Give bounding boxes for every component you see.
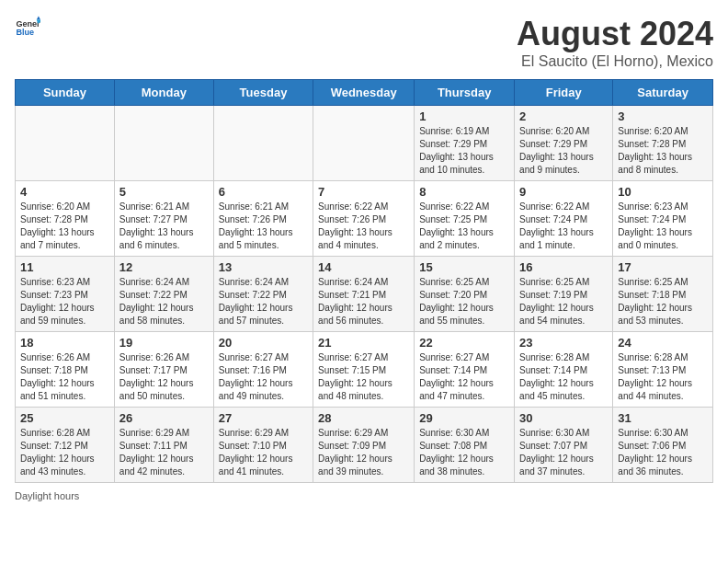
cell-2-0: 11Sunrise: 6:23 AMSunset: 7:23 PMDayligh… xyxy=(16,257,115,332)
cell-2-3: 14Sunrise: 6:24 AMSunset: 7:21 PMDayligh… xyxy=(313,257,415,332)
day-number-21: 21 xyxy=(318,336,409,350)
main-title: August 2024 xyxy=(517,15,713,53)
cell-1-3: 7Sunrise: 6:22 AMSunset: 7:26 PMDaylight… xyxy=(313,181,415,257)
day-info-12: Sunrise: 6:24 AMSunset: 7:22 PMDaylight:… xyxy=(119,276,209,327)
daylight-hours-label: Daylight hours xyxy=(15,490,79,501)
header-thursday: Thursday xyxy=(415,80,515,106)
svg-text:Blue: Blue xyxy=(16,28,34,37)
cell-1-1: 5Sunrise: 6:21 AMSunset: 7:27 PMDaylight… xyxy=(114,181,213,257)
day-number-19: 19 xyxy=(119,336,209,350)
header-monday: Monday xyxy=(114,80,213,106)
day-info-22: Sunrise: 6:27 AMSunset: 7:14 PMDaylight:… xyxy=(419,351,509,403)
day-info-29: Sunrise: 6:30 AMSunset: 7:08 PMDaylight:… xyxy=(419,427,509,478)
day-info-14: Sunrise: 6:24 AMSunset: 7:21 PMDaylight:… xyxy=(318,276,409,327)
day-info-27: Sunrise: 6:29 AMSunset: 7:10 PMDaylight:… xyxy=(219,427,308,478)
day-info-25: Sunrise: 6:28 AMSunset: 7:12 PMDaylight:… xyxy=(20,427,109,478)
day-number-11: 11 xyxy=(20,260,109,274)
cell-3-5: 23Sunrise: 6:28 AMSunset: 7:14 PMDayligh… xyxy=(515,332,613,408)
cell-4-5: 30Sunrise: 6:30 AMSunset: 7:07 PMDayligh… xyxy=(515,408,613,483)
cell-3-6: 24Sunrise: 6:28 AMSunset: 7:13 PMDayligh… xyxy=(613,332,713,408)
day-number-4: 4 xyxy=(20,185,109,199)
day-number-23: 23 xyxy=(519,336,608,350)
day-number-30: 30 xyxy=(519,411,608,425)
day-number-10: 10 xyxy=(618,185,708,199)
cell-2-2: 13Sunrise: 6:24 AMSunset: 7:22 PMDayligh… xyxy=(213,257,313,332)
day-info-16: Sunrise: 6:25 AMSunset: 7:19 PMDaylight:… xyxy=(519,276,608,327)
header-saturday: Saturday xyxy=(613,80,713,106)
header-tuesday: Tuesday xyxy=(213,80,313,106)
day-number-14: 14 xyxy=(318,260,409,274)
cell-4-4: 29Sunrise: 6:30 AMSunset: 7:08 PMDayligh… xyxy=(415,408,515,483)
day-info-5: Sunrise: 6:21 AMSunset: 7:27 PMDaylight:… xyxy=(119,201,209,252)
cell-0-5: 2Sunrise: 6:20 AMSunset: 7:29 PMDaylight… xyxy=(515,106,613,181)
cell-1-5: 9Sunrise: 6:22 AMSunset: 7:24 PMDaylight… xyxy=(515,181,613,257)
cell-2-5: 16Sunrise: 6:25 AMSunset: 7:19 PMDayligh… xyxy=(515,257,613,332)
day-info-24: Sunrise: 6:28 AMSunset: 7:13 PMDaylight:… xyxy=(618,351,708,403)
day-number-1: 1 xyxy=(419,109,509,123)
subtitle: El Saucito (El Horno), Mexico xyxy=(517,53,713,70)
day-info-23: Sunrise: 6:28 AMSunset: 7:14 PMDaylight:… xyxy=(519,351,608,403)
day-number-25: 25 xyxy=(20,411,109,425)
day-info-19: Sunrise: 6:26 AMSunset: 7:17 PMDaylight:… xyxy=(119,351,209,403)
cell-3-4: 22Sunrise: 6:27 AMSunset: 7:14 PMDayligh… xyxy=(415,332,515,408)
day-number-29: 29 xyxy=(419,411,509,425)
svg-marker-2 xyxy=(37,16,40,19)
day-info-30: Sunrise: 6:30 AMSunset: 7:07 PMDaylight:… xyxy=(519,427,608,478)
day-info-15: Sunrise: 6:25 AMSunset: 7:20 PMDaylight:… xyxy=(419,276,509,327)
day-info-6: Sunrise: 6:21 AMSunset: 7:26 PMDaylight:… xyxy=(219,201,308,252)
day-number-16: 16 xyxy=(519,260,608,274)
cell-1-6: 10Sunrise: 6:23 AMSunset: 7:24 PMDayligh… xyxy=(613,181,713,257)
day-info-11: Sunrise: 6:23 AMSunset: 7:23 PMDaylight:… xyxy=(20,276,109,327)
calendar-table: SundayMondayTuesdayWednesdayThursdayFrid… xyxy=(15,79,713,483)
day-number-22: 22 xyxy=(419,336,509,350)
day-info-13: Sunrise: 6:24 AMSunset: 7:22 PMDaylight:… xyxy=(219,276,308,327)
cell-1-0: 4Sunrise: 6:20 AMSunset: 7:28 PMDaylight… xyxy=(16,181,115,257)
cell-3-0: 18Sunrise: 6:26 AMSunset: 7:18 PMDayligh… xyxy=(16,332,115,408)
days-header-row: SundayMondayTuesdayWednesdayThursdayFrid… xyxy=(16,80,713,106)
day-number-7: 7 xyxy=(318,185,409,199)
day-info-3: Sunrise: 6:20 AMSunset: 7:28 PMDaylight:… xyxy=(618,125,708,177)
week-row-4: 18Sunrise: 6:26 AMSunset: 7:18 PMDayligh… xyxy=(16,332,713,408)
day-number-26: 26 xyxy=(119,411,209,425)
day-number-18: 18 xyxy=(20,336,109,350)
day-number-9: 9 xyxy=(519,185,608,199)
cell-2-4: 15Sunrise: 6:25 AMSunset: 7:20 PMDayligh… xyxy=(415,257,515,332)
header-wednesday: Wednesday xyxy=(313,80,415,106)
cell-3-2: 20Sunrise: 6:27 AMSunset: 7:16 PMDayligh… xyxy=(213,332,313,408)
day-info-26: Sunrise: 6:29 AMSunset: 7:11 PMDaylight:… xyxy=(119,427,209,478)
cell-4-3: 28Sunrise: 6:29 AMSunset: 7:09 PMDayligh… xyxy=(313,408,415,483)
cell-4-0: 25Sunrise: 6:28 AMSunset: 7:12 PMDayligh… xyxy=(16,408,115,483)
week-row-5: 25Sunrise: 6:28 AMSunset: 7:12 PMDayligh… xyxy=(16,408,713,483)
day-info-20: Sunrise: 6:27 AMSunset: 7:16 PMDaylight:… xyxy=(219,351,308,403)
cell-4-1: 26Sunrise: 6:29 AMSunset: 7:11 PMDayligh… xyxy=(114,408,213,483)
cell-0-2 xyxy=(213,106,313,181)
logo-icon: General Blue xyxy=(15,15,40,40)
day-number-13: 13 xyxy=(219,260,308,274)
day-number-24: 24 xyxy=(618,336,708,350)
day-number-31: 31 xyxy=(618,411,708,425)
day-info-28: Sunrise: 6:29 AMSunset: 7:09 PMDaylight:… xyxy=(318,427,409,478)
footer-note: Daylight hours xyxy=(15,490,713,501)
day-info-17: Sunrise: 6:25 AMSunset: 7:18 PMDaylight:… xyxy=(618,276,708,327)
week-row-2: 4Sunrise: 6:20 AMSunset: 7:28 PMDaylight… xyxy=(16,181,713,257)
cell-0-3 xyxy=(313,106,415,181)
cell-1-2: 6Sunrise: 6:21 AMSunset: 7:26 PMDaylight… xyxy=(213,181,313,257)
logo: General Blue xyxy=(15,15,40,40)
cell-0-6: 3Sunrise: 6:20 AMSunset: 7:28 PMDaylight… xyxy=(613,106,713,181)
cell-1-4: 8Sunrise: 6:22 AMSunset: 7:25 PMDaylight… xyxy=(415,181,515,257)
day-info-1: Sunrise: 6:19 AMSunset: 7:29 PMDaylight:… xyxy=(419,125,509,177)
day-number-8: 8 xyxy=(419,185,509,199)
week-row-3: 11Sunrise: 6:23 AMSunset: 7:23 PMDayligh… xyxy=(16,257,713,332)
day-info-7: Sunrise: 6:22 AMSunset: 7:26 PMDaylight:… xyxy=(318,201,409,252)
header-sunday: Sunday xyxy=(16,80,115,106)
cell-2-1: 12Sunrise: 6:24 AMSunset: 7:22 PMDayligh… xyxy=(114,257,213,332)
day-info-4: Sunrise: 6:20 AMSunset: 7:28 PMDaylight:… xyxy=(20,201,109,252)
cell-2-6: 17Sunrise: 6:25 AMSunset: 7:18 PMDayligh… xyxy=(613,257,713,332)
day-number-17: 17 xyxy=(618,260,708,274)
cell-0-0 xyxy=(16,106,115,181)
header-friday: Friday xyxy=(515,80,613,106)
cell-4-2: 27Sunrise: 6:29 AMSunset: 7:10 PMDayligh… xyxy=(213,408,313,483)
title-area: August 2024 El Saucito (El Horno), Mexic… xyxy=(517,15,713,70)
day-number-20: 20 xyxy=(219,336,308,350)
day-number-27: 27 xyxy=(219,411,308,425)
